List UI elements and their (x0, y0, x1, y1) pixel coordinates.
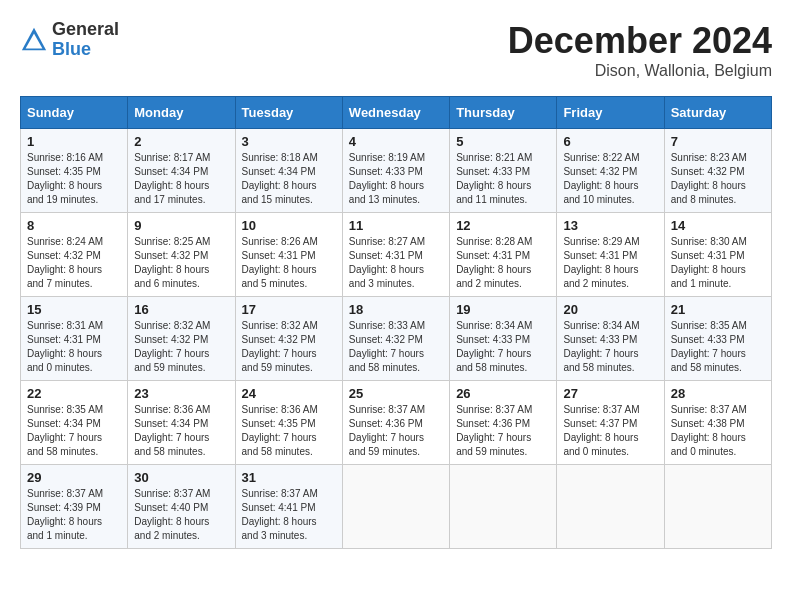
calendar-cell: 18Sunrise: 8:33 AMSunset: 4:32 PMDayligh… (342, 297, 449, 381)
day-number: 10 (242, 218, 336, 233)
day-number: 1 (27, 134, 121, 149)
cell-info: Sunrise: 8:22 AMSunset: 4:32 PMDaylight:… (563, 152, 639, 205)
logo-icon (20, 26, 48, 54)
cell-info: Sunrise: 8:33 AMSunset: 4:32 PMDaylight:… (349, 320, 425, 373)
header-day-sunday: Sunday (21, 97, 128, 129)
page-header: General Blue December 2024 Dison, Wallon… (20, 20, 772, 80)
day-number: 31 (242, 470, 336, 485)
calendar-cell: 29Sunrise: 8:37 AMSunset: 4:39 PMDayligh… (21, 465, 128, 549)
day-number: 25 (349, 386, 443, 401)
cell-info: Sunrise: 8:28 AMSunset: 4:31 PMDaylight:… (456, 236, 532, 289)
day-number: 8 (27, 218, 121, 233)
logo: General Blue (20, 20, 119, 60)
cell-info: Sunrise: 8:24 AMSunset: 4:32 PMDaylight:… (27, 236, 103, 289)
day-number: 2 (134, 134, 228, 149)
calendar-cell: 20Sunrise: 8:34 AMSunset: 4:33 PMDayligh… (557, 297, 664, 381)
calendar-cell: 4Sunrise: 8:19 AMSunset: 4:33 PMDaylight… (342, 129, 449, 213)
cell-info: Sunrise: 8:35 AMSunset: 4:34 PMDaylight:… (27, 404, 103, 457)
calendar-week-row: 29Sunrise: 8:37 AMSunset: 4:39 PMDayligh… (21, 465, 772, 549)
calendar-cell: 17Sunrise: 8:32 AMSunset: 4:32 PMDayligh… (235, 297, 342, 381)
header-day-wednesday: Wednesday (342, 97, 449, 129)
cell-info: Sunrise: 8:37 AMSunset: 4:36 PMDaylight:… (349, 404, 425, 457)
calendar-table: SundayMondayTuesdayWednesdayThursdayFrid… (20, 96, 772, 549)
cell-info: Sunrise: 8:23 AMSunset: 4:32 PMDaylight:… (671, 152, 747, 205)
calendar-cell: 12Sunrise: 8:28 AMSunset: 4:31 PMDayligh… (450, 213, 557, 297)
calendar-cell: 19Sunrise: 8:34 AMSunset: 4:33 PMDayligh… (450, 297, 557, 381)
cell-info: Sunrise: 8:37 AMSunset: 4:39 PMDaylight:… (27, 488, 103, 541)
day-number: 14 (671, 218, 765, 233)
cell-info: Sunrise: 8:37 AMSunset: 4:38 PMDaylight:… (671, 404, 747, 457)
cell-info: Sunrise: 8:35 AMSunset: 4:33 PMDaylight:… (671, 320, 747, 373)
cell-info: Sunrise: 8:18 AMSunset: 4:34 PMDaylight:… (242, 152, 318, 205)
calendar-cell: 27Sunrise: 8:37 AMSunset: 4:37 PMDayligh… (557, 381, 664, 465)
day-number: 17 (242, 302, 336, 317)
calendar-cell: 30Sunrise: 8:37 AMSunset: 4:40 PMDayligh… (128, 465, 235, 549)
calendar-cell: 1Sunrise: 8:16 AMSunset: 4:35 PMDaylight… (21, 129, 128, 213)
month-title: December 2024 (508, 20, 772, 62)
day-number: 9 (134, 218, 228, 233)
calendar-week-row: 1Sunrise: 8:16 AMSunset: 4:35 PMDaylight… (21, 129, 772, 213)
calendar-week-row: 15Sunrise: 8:31 AMSunset: 4:31 PMDayligh… (21, 297, 772, 381)
calendar-cell (342, 465, 449, 549)
calendar-week-row: 22Sunrise: 8:35 AMSunset: 4:34 PMDayligh… (21, 381, 772, 465)
header-day-friday: Friday (557, 97, 664, 129)
day-number: 29 (27, 470, 121, 485)
day-number: 19 (456, 302, 550, 317)
cell-info: Sunrise: 8:17 AMSunset: 4:34 PMDaylight:… (134, 152, 210, 205)
day-number: 18 (349, 302, 443, 317)
day-number: 20 (563, 302, 657, 317)
day-number: 5 (456, 134, 550, 149)
cell-info: Sunrise: 8:36 AMSunset: 4:35 PMDaylight:… (242, 404, 318, 457)
day-number: 26 (456, 386, 550, 401)
calendar-cell: 6Sunrise: 8:22 AMSunset: 4:32 PMDaylight… (557, 129, 664, 213)
day-number: 21 (671, 302, 765, 317)
day-number: 7 (671, 134, 765, 149)
calendar-header-row: SundayMondayTuesdayWednesdayThursdayFrid… (21, 97, 772, 129)
header-day-thursday: Thursday (450, 97, 557, 129)
cell-info: Sunrise: 8:16 AMSunset: 4:35 PMDaylight:… (27, 152, 103, 205)
calendar-cell: 22Sunrise: 8:35 AMSunset: 4:34 PMDayligh… (21, 381, 128, 465)
calendar-cell: 15Sunrise: 8:31 AMSunset: 4:31 PMDayligh… (21, 297, 128, 381)
day-number: 13 (563, 218, 657, 233)
day-number: 23 (134, 386, 228, 401)
calendar-cell: 11Sunrise: 8:27 AMSunset: 4:31 PMDayligh… (342, 213, 449, 297)
cell-info: Sunrise: 8:32 AMSunset: 4:32 PMDaylight:… (242, 320, 318, 373)
calendar-cell (557, 465, 664, 549)
cell-info: Sunrise: 8:31 AMSunset: 4:31 PMDaylight:… (27, 320, 103, 373)
calendar-cell: 14Sunrise: 8:30 AMSunset: 4:31 PMDayligh… (664, 213, 771, 297)
title-block: December 2024 Dison, Wallonia, Belgium (508, 20, 772, 80)
cell-info: Sunrise: 8:34 AMSunset: 4:33 PMDaylight:… (563, 320, 639, 373)
header-day-monday: Monday (128, 97, 235, 129)
day-number: 12 (456, 218, 550, 233)
day-number: 22 (27, 386, 121, 401)
header-day-saturday: Saturday (664, 97, 771, 129)
cell-info: Sunrise: 8:30 AMSunset: 4:31 PMDaylight:… (671, 236, 747, 289)
cell-info: Sunrise: 8:27 AMSunset: 4:31 PMDaylight:… (349, 236, 425, 289)
cell-info: Sunrise: 8:19 AMSunset: 4:33 PMDaylight:… (349, 152, 425, 205)
calendar-cell: 25Sunrise: 8:37 AMSunset: 4:36 PMDayligh… (342, 381, 449, 465)
calendar-cell: 5Sunrise: 8:21 AMSunset: 4:33 PMDaylight… (450, 129, 557, 213)
calendar-cell: 23Sunrise: 8:36 AMSunset: 4:34 PMDayligh… (128, 381, 235, 465)
day-number: 16 (134, 302, 228, 317)
calendar-cell: 16Sunrise: 8:32 AMSunset: 4:32 PMDayligh… (128, 297, 235, 381)
logo-blue: Blue (52, 40, 119, 60)
calendar-cell (664, 465, 771, 549)
calendar-cell (450, 465, 557, 549)
calendar-cell: 9Sunrise: 8:25 AMSunset: 4:32 PMDaylight… (128, 213, 235, 297)
cell-info: Sunrise: 8:37 AMSunset: 4:36 PMDaylight:… (456, 404, 532, 457)
calendar-week-row: 8Sunrise: 8:24 AMSunset: 4:32 PMDaylight… (21, 213, 772, 297)
day-number: 30 (134, 470, 228, 485)
calendar-cell: 13Sunrise: 8:29 AMSunset: 4:31 PMDayligh… (557, 213, 664, 297)
calendar-cell: 31Sunrise: 8:37 AMSunset: 4:41 PMDayligh… (235, 465, 342, 549)
location: Dison, Wallonia, Belgium (508, 62, 772, 80)
cell-info: Sunrise: 8:37 AMSunset: 4:41 PMDaylight:… (242, 488, 318, 541)
header-day-tuesday: Tuesday (235, 97, 342, 129)
calendar-cell: 26Sunrise: 8:37 AMSunset: 4:36 PMDayligh… (450, 381, 557, 465)
calendar-cell: 21Sunrise: 8:35 AMSunset: 4:33 PMDayligh… (664, 297, 771, 381)
day-number: 15 (27, 302, 121, 317)
cell-info: Sunrise: 8:34 AMSunset: 4:33 PMDaylight:… (456, 320, 532, 373)
calendar-cell: 3Sunrise: 8:18 AMSunset: 4:34 PMDaylight… (235, 129, 342, 213)
calendar-cell: 7Sunrise: 8:23 AMSunset: 4:32 PMDaylight… (664, 129, 771, 213)
calendar-cell: 28Sunrise: 8:37 AMSunset: 4:38 PMDayligh… (664, 381, 771, 465)
cell-info: Sunrise: 8:26 AMSunset: 4:31 PMDaylight:… (242, 236, 318, 289)
